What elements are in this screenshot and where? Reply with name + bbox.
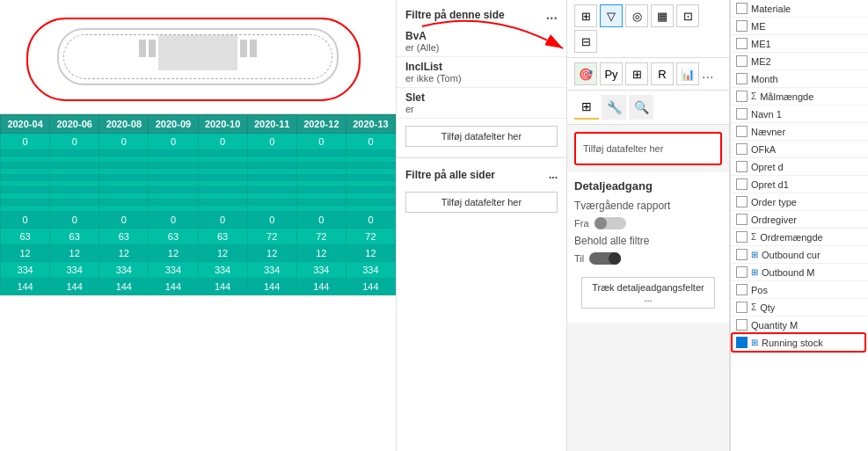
add-datafields-all-pages-btn[interactable]: Tilføj datafelter her (405, 192, 558, 213)
table-cell: 63 (149, 229, 198, 245)
field-name-label: Qty (760, 302, 775, 313)
table-cell (1, 169, 50, 175)
field-list-item[interactable]: Navn 1 (731, 105, 868, 123)
field-list-item[interactable]: Nævner (731, 123, 868, 141)
field-list-item[interactable]: ME1 (731, 35, 868, 53)
tab-fields[interactable]: ⊞ (574, 95, 599, 120)
field-name-label: Outbound cur (762, 250, 821, 260)
table-cell (346, 156, 395, 163)
col-header-1: 2020-04 (1, 115, 50, 134)
table-cell: 334 (296, 262, 346, 279)
table-cell (198, 193, 247, 200)
field-checkbox[interactable] (736, 214, 748, 225)
col-header-6: 2020-11 (247, 115, 296, 134)
chart-icon[interactable]: 📊 (676, 62, 699, 85)
drag-fields-btn[interactable]: Træk detaljeadgangsfelter ... (581, 277, 715, 309)
add-datafields-viz-area[interactable]: Tilføj datafelter her (574, 132, 722, 165)
field-checkbox[interactable] (736, 20, 748, 32)
field-list-item[interactable]: Order type (731, 193, 868, 211)
detail-section: Detaljeadgang Tværgående rapport Fra Beh… (567, 172, 729, 323)
field-name-label: Navn 1 (751, 109, 782, 120)
data-table-container[interactable]: 2020-04 2020-06 2020-08 2020-09 2020-10 … (0, 114, 396, 451)
field-list-item[interactable]: ⊞Outbound M (731, 264, 868, 281)
field-list-item[interactable]: Ordregiver (731, 211, 868, 229)
field-checkbox[interactable] (736, 55, 748, 67)
from-toggle-thumb (594, 217, 607, 229)
field-list-item[interactable]: OFkA (731, 141, 868, 158)
table-cell (50, 156, 99, 163)
table-cell (99, 193, 149, 200)
field-list-item[interactable]: Month (731, 70, 868, 88)
field-checkbox[interactable] (736, 337, 748, 348)
field-checkbox[interactable] (736, 196, 748, 207)
field-checkbox[interactable] (736, 38, 748, 49)
tab-format[interactable]: 🔧 (602, 95, 626, 120)
field-checkbox[interactable] (736, 178, 748, 190)
table-icon[interactable]: ⊞ (574, 4, 597, 27)
from-toggle[interactable] (594, 217, 626, 229)
field-name-label: Materiale (751, 4, 791, 14)
table-cell: 144 (1, 279, 50, 295)
field-list-item[interactable]: ΣOrdremængde (731, 229, 868, 246)
field-list-item[interactable]: Opret d1 (731, 176, 868, 193)
table-cell (149, 169, 198, 175)
field-list-item[interactable]: ΣMålmængde (731, 88, 868, 105)
field-checkbox[interactable] (736, 319, 748, 331)
field-list-item[interactable]: ME2 (731, 53, 868, 70)
field-checkbox[interactable] (736, 231, 748, 243)
table-cell (198, 169, 247, 175)
split-icon[interactable]: ⊡ (676, 4, 699, 27)
table-cell (346, 206, 395, 212)
field-list-item[interactable]: Opret d (731, 158, 868, 176)
grid-icon[interactable]: ▦ (651, 4, 674, 27)
table-cell: 12 (247, 245, 296, 262)
field-list-item[interactable]: ⊞Outbound cur (731, 246, 868, 264)
gauge-icon[interactable]: ◎ (625, 4, 648, 27)
field-list-item[interactable]: Pos (731, 281, 868, 299)
field-checkbox[interactable] (736, 143, 748, 155)
r-icon[interactable]: R (651, 62, 674, 85)
filter-icon[interactable]: ▽ (600, 4, 623, 27)
field-checkbox[interactable] (736, 3, 748, 14)
add-datafields-this-page-btn[interactable]: Tilføj datafelter her (405, 126, 558, 147)
field-name-label: Month (751, 74, 778, 84)
tab-analytics[interactable]: 🔍 (629, 95, 653, 120)
filter-menu-dots[interactable]: ... (546, 7, 558, 23)
field-list-item[interactable]: Quantity M (731, 316, 868, 334)
table-cell (346, 187, 395, 193)
field-checkbox[interactable] (736, 266, 748, 278)
field-list-item[interactable]: ⊞Running stock (731, 334, 868, 352)
field-checkbox[interactable] (736, 284, 748, 295)
field-checkbox[interactable] (736, 91, 748, 102)
bva-title: BvA (405, 30, 558, 42)
field-checkbox[interactable] (736, 73, 748, 84)
field-list-item[interactable]: ME (731, 18, 868, 35)
to-label: Til (574, 253, 584, 264)
field-list-item[interactable]: Materiale (731, 0, 868, 18)
filter-all-menu-dots[interactable]: ... (549, 169, 558, 181)
field-checkbox[interactable] (736, 126, 748, 137)
table2-icon[interactable]: ⊞ (625, 62, 648, 85)
field-list-item[interactable]: ΣQty (731, 299, 868, 316)
field-name-label: Pos (751, 285, 768, 295)
col-header-3: 2020-08 (99, 115, 149, 134)
table-cell (99, 163, 149, 169)
py-icon[interactable]: Py (600, 62, 623, 85)
table-cell (198, 206, 247, 212)
incllist-value: er ikke (Tom) (405, 73, 558, 84)
field-checkbox[interactable] (736, 161, 748, 172)
table-cell (50, 169, 99, 175)
img-icon[interactable]: ⊟ (574, 30, 597, 53)
field-checkbox[interactable] (736, 249, 748, 260)
to-toggle[interactable] (589, 252, 621, 265)
field-checkbox[interactable] (736, 302, 748, 313)
table-cell: 334 (346, 262, 395, 279)
table-cell: 144 (198, 279, 247, 295)
table-cell: 12 (50, 245, 99, 262)
target-icon[interactable]: 🎯 (574, 62, 597, 85)
table-cell: 63 (1, 229, 50, 245)
filter-this-page-section: Filtre på denne side ... BvA er (Alle) I… (397, 0, 566, 154)
table-cell (50, 187, 99, 193)
field-checkbox[interactable] (736, 108, 748, 120)
dots-sub: ... (702, 66, 713, 82)
